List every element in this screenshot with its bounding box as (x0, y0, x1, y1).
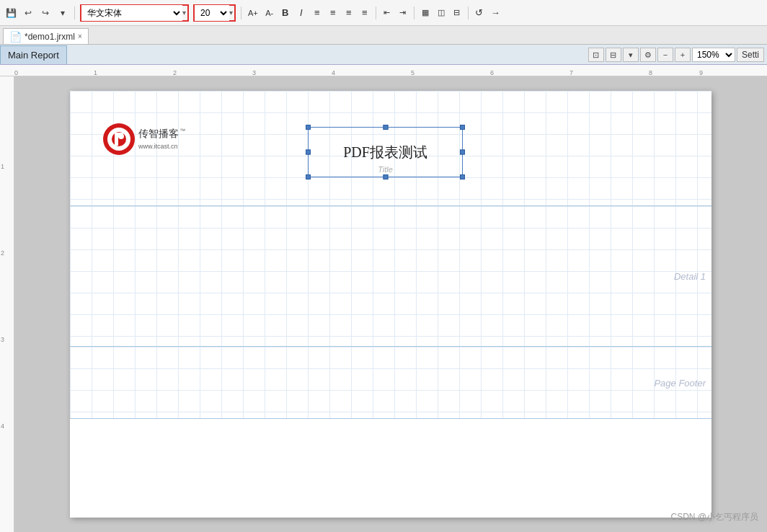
footer-grid (70, 347, 711, 418)
divider-1 (74, 6, 75, 19)
font-size-arrow: ▾ (229, 9, 234, 17)
file-tab[interactable]: 📄 *demo1.jrxml × (3, 28, 89, 44)
ruler-tick-7: 7 (569, 69, 573, 76)
main-report-tab[interactable]: Main Report (0, 45, 67, 64)
handle-tl[interactable] (306, 125, 311, 130)
zoom-select[interactable]: 50%75%100%125%150%175%200% (692, 48, 735, 62)
toolbar-dropdown-btn[interactable]: ▾ (55, 5, 71, 21)
settings-icon-btn[interactable]: ⚙ (640, 48, 656, 62)
toolbar: 💾 ↩ ↪ ▾ 华文宋体 ▾ 8910111214161820222428364… (0, 0, 767, 26)
ruler-tick-0: 0 (14, 69, 18, 76)
tab-bar: 📄 *demo1.jrxml × (0, 26, 767, 45)
handle-bl[interactable] (306, 174, 311, 179)
report-tab-controls: ⊡ ⊟ ▾ ⚙ − + 50%75%100%125%150%175%200% S… (588, 45, 767, 65)
format-btn[interactable]: ⊟ (450, 5, 464, 21)
toolbar-redo-btn[interactable]: ↪ (37, 5, 53, 21)
report-tab-label: Main Report (8, 50, 59, 61)
ruler-tick-1: 1 (94, 69, 97, 76)
border-btn[interactable]: ▦ (418, 5, 433, 21)
handle-br[interactable] (460, 174, 465, 179)
vertical-ruler: 1 2 3 4 (0, 76, 14, 532)
toolbar-save-btn[interactable]: 💾 (3, 5, 19, 21)
align-center-btn[interactable]: ≡ (326, 5, 340, 21)
bold-btn[interactable]: B (278, 5, 293, 21)
ruler-tick-9: 9 (699, 69, 703, 76)
file-tab-label: *demo1.jrxml (25, 32, 75, 42)
settings-btn[interactable]: Setti (737, 48, 764, 62)
horizontal-ruler: 0 1 2 3 4 5 6 7 8 9 (0, 65, 767, 76)
vruler-2: 2 (1, 249, 4, 257)
zoom-dropdown-btn[interactable]: ▾ (623, 48, 639, 62)
report-tab-bar: Main Report ⊡ ⊟ ▾ ⚙ − + 50%75%100%125%15… (0, 45, 767, 65)
ruler-tick-4: 4 (332, 69, 335, 76)
detail-band: Detail 1 (70, 206, 711, 347)
report-canvas: 传智播客 www.itcast.cn ™ (70, 91, 711, 518)
style-btn[interactable]: ◫ (434, 5, 448, 21)
italic-btn[interactable]: I (294, 5, 309, 21)
handle-tr[interactable] (460, 125, 465, 130)
toolbar-undo-btn[interactable]: ↩ (20, 5, 36, 21)
divider-2 (241, 6, 241, 19)
detail-band-label: Detail 1 (674, 271, 706, 282)
font-increase-btn[interactable]: A+ (245, 5, 261, 21)
handle-bm[interactable] (383, 174, 388, 179)
main-area: 1 2 3 4 (0, 76, 767, 532)
logo-area: 传智播客 www.itcast.cn ™ (92, 120, 200, 170)
handle-ml[interactable] (306, 150, 311, 155)
divider-4 (414, 6, 414, 19)
ruler-tick-5: 5 (411, 69, 414, 76)
tab-close-btn[interactable]: × (78, 32, 82, 40)
footer-band-label: Page Footer (654, 377, 706, 388)
forward-btn[interactable]: → (488, 5, 503, 21)
ruler-tick-6: 6 (490, 69, 494, 76)
title-placeholder: Title (309, 165, 462, 174)
svg-text:™: ™ (179, 128, 185, 134)
svg-text:传智播客: 传智播客 (138, 128, 179, 139)
detail-grid (70, 206, 711, 346)
footer-band: Page Footer (70, 347, 711, 419)
title-textbox[interactable]: PDF报表测试 Title (308, 127, 463, 177)
ruler-tick-3: 3 (252, 69, 256, 76)
canvas-area[interactable]: 传智播客 www.itcast.cn ™ (14, 76, 767, 532)
fit-page-btn[interactable]: ⊡ (588, 48, 604, 62)
file-icon: 📄 (9, 31, 22, 43)
font-dropdown-arrow: ▾ (182, 9, 187, 17)
handle-tm[interactable] (383, 125, 388, 130)
logo-svg: 传智播客 www.itcast.cn ™ (99, 120, 192, 159)
font-decrease-btn[interactable]: A- (262, 5, 277, 21)
font-size-select[interactable]: 8910111214161820222428364872 (195, 5, 229, 21)
zoom-out-btn[interactable]: − (657, 48, 673, 62)
divider-3 (376, 6, 376, 19)
align-left-btn[interactable]: ≡ (310, 5, 324, 21)
ruler-tick-8: 8 (649, 69, 652, 76)
vruler-4: 4 (1, 422, 4, 430)
zoom-in-btn[interactable]: + (675, 48, 691, 62)
font-size-wrapper: 8910111214161820222428364872 ▾ (193, 4, 236, 22)
svg-point-5 (118, 133, 124, 139)
divider-5 (468, 6, 469, 19)
font-select-wrapper: 华文宋体 ▾ (80, 4, 189, 22)
indent-left-btn[interactable]: ⇤ (380, 5, 394, 21)
refresh-btn[interactable]: ↺ (472, 5, 487, 21)
title-band: 传智播客 www.itcast.cn ™ (70, 91, 711, 206)
title-text: PDF报表测试 (343, 143, 427, 162)
font-family-select[interactable]: 华文宋体 (81, 5, 182, 21)
vruler-1: 1 (1, 163, 4, 170)
indent-right-btn[interactable]: ⇥ (396, 5, 410, 21)
align-right-btn[interactable]: ≡ (342, 5, 356, 21)
vruler-3: 3 (1, 336, 4, 343)
fit-width-btn[interactable]: ⊟ (606, 48, 621, 62)
svg-text:www.itcast.cn: www.itcast.cn (138, 143, 178, 150)
align-justify-btn[interactable]: ≡ (358, 5, 372, 21)
ruler-tick-2: 2 (173, 69, 177, 76)
handle-mr[interactable] (460, 150, 465, 155)
